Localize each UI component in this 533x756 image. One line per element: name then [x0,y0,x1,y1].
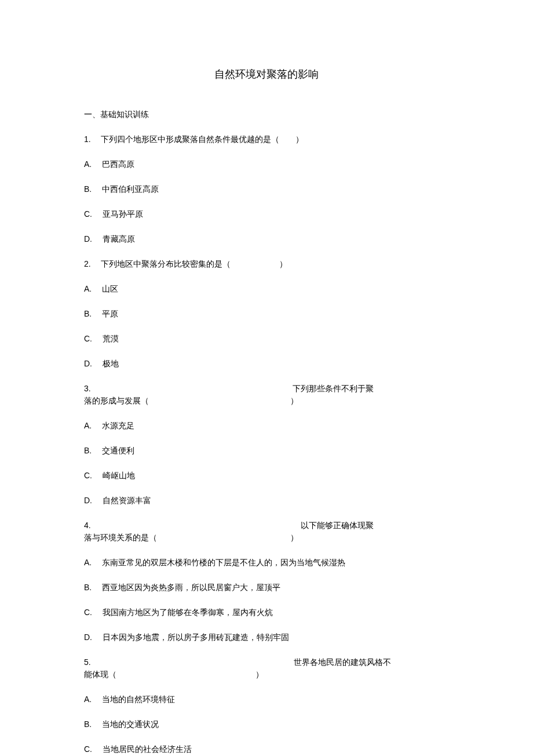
q1-opt-c-text: 亚马孙平原 [103,210,143,219]
q5-opt-b-text: 当地的交通状况 [102,720,159,729]
q1-opt-b-text: 中西伯利亚高原 [102,185,159,194]
q4-right1: 以下能够正确体现聚 [301,519,449,532]
section-heading: 一、基础知识训练 [84,108,449,121]
q2-num: 2. [84,259,91,268]
q1-option-c: C. 亚马孙平原 [84,208,449,220]
q1-opt-d-text: 青藏高原 [103,235,135,243]
q3-opt-d-label: D. [84,496,92,505]
q2-option-b: B. 平原 [84,308,449,320]
q2-opt-d-text: 极地 [103,359,119,368]
question-5-line2: 能体现（ ） [84,668,449,681]
q4-num: 4. [84,519,91,532]
q4-opt-d-label: D. [84,633,92,642]
q4-option-d: D. 日本因为多地震，所以房子多用砖瓦建造，特别牢固 [84,631,449,644]
question-4-line1: 4. 以下能够正确体现聚 [84,519,449,532]
q2-opt-b-label: B. [84,309,92,318]
q5-right1: 世界各地民居的建筑风格不 [294,656,449,668]
q1-option-d: D. 青藏高原 [84,233,449,245]
q4-opt-b-text: 西亚地区因为炎热多雨，所以民居窗户大，屋顶平 [102,583,280,592]
q3-opt-b-label: B. [84,446,92,455]
q3-option-a: A. 水源充足 [84,420,449,432]
question-4-line2: 落与环境关系的是（ ） [84,532,449,544]
q5-opt-a-text: 当地的自然环境特征 [102,695,175,704]
question-5-line1: 5. 世界各地民居的建筑风格不 [84,656,449,668]
q3-option-b: B. 交通便利 [84,445,449,457]
q3-opt-c-label: C. [84,471,92,480]
q5-left2: 能体现（ [84,668,116,681]
q1-text [93,135,101,144]
question-1: 1. 下列四个地形区中形成聚落自然条件最优越的是（ ） [84,133,449,146]
q4-opt-c-text: 我国南方地区为了能够在冬季御寒，屋内有火炕 [103,608,273,617]
question-3-line1: 3. 下列那些条件不利于聚 [84,383,449,395]
q4-option-a: A. 东南亚常见的双层木楼和竹楼的下层是不住人的，因为当地气候湿热 [84,557,449,569]
q4-opt-c-label: C. [84,608,92,617]
q5-option-c: C. 当地居民的社会经济生活 [84,743,449,755]
q2-opt-b-text: 平原 [102,310,118,318]
question-3-line2: 落的形成与发展（ ） [84,395,449,407]
q2-option-d: D. 极地 [84,358,449,370]
q2-text: 下列地区中聚落分布比较密集的是（ ） [101,260,287,268]
q3-opt-b-text: 交通便利 [102,446,134,455]
q3-num: 3. [84,383,91,395]
q3-opt-c-text: 崎岖山地 [103,471,135,480]
q3-opt-d-text: 自然资源丰富 [103,496,151,505]
q1-opt-d-label: D. [84,234,92,243]
q1-opt-a-label: A. [84,159,92,169]
q2-opt-c-text: 荒漠 [103,335,119,343]
q3-left2: 落的形成与发展（ [84,395,149,407]
q4-left2: 落与环境关系的是（ [84,532,157,544]
q5-option-a: A. 当地的自然环境特征 [84,693,449,706]
q3-opt-a-text: 水源充足 [102,421,134,430]
q2-opt-d-label: D. [84,359,92,368]
q5-option-b: B. 当地的交通状况 [84,718,449,730]
q5-opt-a-label: A. [84,695,92,704]
q1-option-b: B. 中西伯利亚高原 [84,183,449,195]
q1-text-content: 下列四个地形区中形成聚落自然条件最优越的是（ ） [101,135,304,144]
q5-opt-c-label: C. [84,744,92,754]
q4-opt-a-text: 东南亚常见的双层木楼和竹楼的下层是不住人的，因为当地气候湿热 [102,558,345,567]
q1-opt-a-text: 巴西高原 [102,160,134,169]
q2-opt-a-label: A. [84,284,92,293]
q2-opt-c-label: C. [84,334,92,343]
q3-right2: ） [290,395,449,407]
q4-option-c: C. 我国南方地区为了能够在冬季御寒，屋内有火炕 [84,606,449,619]
q4-opt-d-text: 日本因为多地震，所以房子多用砖瓦建造，特别牢固 [103,633,289,642]
q4-opt-a-label: A. [84,558,92,567]
q5-right2: ） [255,668,449,681]
q3-opt-a-label: A. [84,421,92,430]
q1-opt-c-label: C. [84,209,92,219]
q2-opt-a-text: 山区 [102,285,118,293]
question-2: 2. 下列地区中聚落分布比较密集的是（ ） [84,258,449,270]
q5-num: 5. [84,656,91,668]
q1-option-a: A. 巴西高原 [84,158,449,170]
q3-option-c: C. 崎岖山地 [84,470,449,482]
q2-option-c: C. 荒漠 [84,333,449,345]
q2-option-a: A. 山区 [84,283,449,295]
q4-right2: ） [290,532,449,544]
q3-option-d: D. 自然资源丰富 [84,495,449,507]
q4-option-b: B. 西亚地区因为炎热多雨，所以民居窗户大，屋顶平 [84,581,449,594]
page-title: 自然环境对聚落的影响 [84,67,449,82]
q5-opt-b-label: B. [84,719,92,729]
q1-num: 1. [84,135,91,144]
q5-opt-c-text: 当地居民的社会经济生活 [103,745,192,754]
q4-opt-b-label: B. [84,583,92,592]
q1-opt-b-label: B. [84,184,92,194]
q3-right1: 下列那些条件不利于聚 [293,383,449,395]
